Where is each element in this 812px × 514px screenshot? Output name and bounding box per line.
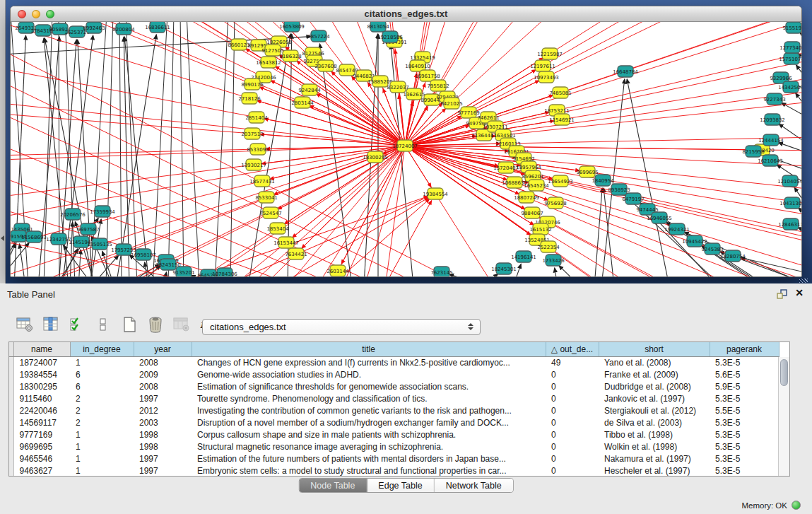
node-1853404[interactable]: 1853404	[266, 223, 289, 234]
node-12773408[interactable]: 12773408	[779, 42, 801, 53]
svg-text:16648784: 16648784	[613, 69, 638, 75]
node-7485081[interactable]: 7485081	[549, 87, 571, 98]
node-2603144[interactable]: 2603144	[326, 265, 349, 276]
show-column-icon[interactable]	[40, 315, 61, 334]
node-12104054[interactable]: 12104054	[777, 175, 801, 187]
table-row[interactable]: 1456911722003Disruption of a novel membe…	[9, 416, 779, 428]
node-2037513[interactable]: 2037513	[241, 128, 263, 139]
node-8322037[interactable]: 8322037	[387, 81, 408, 93]
node-9697587[interactable]: 9697587	[77, 223, 99, 235]
table-select-dropdown[interactable]: citations_edges.txt	[202, 319, 481, 335]
splitter-grip-icon[interactable]	[799, 279, 808, 283]
node-9777169[interactable]: 9777169	[457, 107, 479, 118]
node-12215987[interactable]: 12215987	[537, 48, 563, 59]
node-6479197[interactable]: 6479197	[622, 193, 644, 204]
table-panel-title: Table Panel	[7, 289, 55, 300]
table-row[interactable]: 977716911998Corpus callosum shape and si…	[9, 428, 779, 440]
table-row[interactable]: 969969511998Structural magnetic resonanc…	[9, 440, 779, 452]
node-6421025[interactable]: 6421025	[440, 98, 462, 109]
node-8186328[interactable]: 8186328	[279, 50, 301, 62]
tab-network-table[interactable]: Network Table	[435, 479, 513, 492]
node-10431303[interactable]: 10431303	[779, 197, 801, 209]
node-table[interactable]: namein_degreeyeartitle△ out_de...shortpa…	[8, 341, 790, 477]
node-7524547[interactable]: 7524547	[259, 207, 281, 218]
scrollbar-thumb[interactable]	[780, 359, 788, 386]
node-12846311[interactable]: 12846311	[778, 218, 801, 230]
column-header-out_de[interactable]: △ out_de...	[546, 342, 599, 356]
node-17359934[interactable]: 17359934	[90, 206, 115, 217]
rows-icon[interactable]	[93, 315, 114, 334]
table-row[interactable]: 2242004622012Investigating the contribut…	[9, 404, 779, 416]
node-10784306[interactable]: 10784306	[212, 268, 237, 276]
node-12197611[interactable]: 12197611	[530, 60, 555, 71]
node-2367608[interactable]: 2367608	[314, 60, 336, 71]
table-row[interactable]: 946362711997Embryonic stem cells: a mode…	[9, 465, 779, 477]
table-settings-icon[interactable]	[14, 315, 35, 334]
node-8215958[interactable]: 8215958	[742, 146, 764, 157]
node-9155193[interactable]: 9155193	[782, 22, 801, 33]
table-row[interactable]: 1938455462009Genome-wide association stu…	[9, 368, 779, 380]
close-panel-icon[interactable]: ✕	[795, 287, 804, 298]
node-12093832[interactable]: 12093832	[760, 114, 785, 125]
node-8660123[interactable]: 8660123	[228, 39, 249, 50]
node-1840954[interactable]: 1840954	[592, 175, 614, 186]
column-header-title[interactable]: title	[192, 342, 546, 356]
window-titlebar[interactable]: citations_edges.txt	[11, 6, 801, 22]
svg-text:16961758: 16961758	[415, 74, 440, 79]
table-row[interactable]: 1830029562008Estimation of significance …	[9, 380, 779, 392]
node-16053809[interactable]: 16053809	[279, 22, 305, 32]
node-9884067[interactable]: 9884067	[521, 207, 543, 218]
svg-text:12093832: 12093832	[760, 117, 785, 123]
tab-node-table[interactable]: Node Table	[299, 479, 367, 492]
delete-rows-trash-icon[interactable]	[145, 315, 166, 334]
table-row[interactable]: 946554611997Estimation of the future num…	[9, 452, 779, 465]
column-header-in_degree[interactable]: in_degree	[70, 342, 134, 356]
column-header-pagerank[interactable]: pagerank	[710, 342, 779, 356]
node-2803144[interactable]: 2803144	[291, 97, 314, 108]
cell-out_degree: 0	[546, 392, 599, 404]
node-2522354[interactable]: 2522354	[537, 241, 560, 252]
node-8533093[interactable]: 8533093	[247, 144, 269, 155]
collapse-panel-arrow-icon[interactable]	[1, 235, 4, 241]
cell-out_degree: 0	[546, 440, 599, 452]
node-10945422[interactable]: 10945422	[682, 235, 707, 247]
table-scrollbar[interactable]	[778, 357, 789, 476]
node-2851404[interactable]: 2851404	[245, 112, 268, 123]
node-14196141[interactable]: 14196141	[511, 251, 536, 262]
node-8533041[interactable]: 8533041	[255, 192, 277, 203]
node-7623145[interactable]: 7623145	[430, 267, 452, 276]
float-panel-icon[interactable]	[777, 289, 788, 299]
node-16153447[interactable]: 16153447	[273, 237, 299, 248]
node-7955812[interactable]: 7955812	[427, 80, 449, 91]
node-13930217[interactable]: 13930217	[241, 159, 266, 170]
node-18300295[interactable]: 18300295	[363, 151, 388, 163]
column-header-name[interactable]: name	[13, 342, 70, 356]
column-header-short[interactable]: short	[599, 342, 710, 356]
node-7634421[interactable]: 7634421	[285, 248, 307, 259]
svg-text:8200804: 8200804	[112, 27, 135, 33]
node-15751074[interactable]: 15751074	[779, 53, 801, 64]
node-8992463[interactable]: 8992463	[83, 22, 105, 33]
network-view-canvas[interactable]: 1872400718300295866012389129541822605891…	[11, 22, 801, 276]
node-9227343[interactable]: 9227343	[763, 93, 785, 105]
table-row[interactable]: 911546021997Tourette syndrome. Phenomeno…	[9, 392, 779, 404]
node-2718126[interactable]: 2718126	[238, 93, 261, 104]
new-table-icon[interactable]	[119, 315, 140, 334]
table-row[interactable]: 1872400712008Changes of HCN gene express…	[9, 356, 779, 368]
node-9135201[interactable]: 9135201	[172, 267, 194, 276]
svg-text:10431303: 10431303	[779, 201, 801, 206]
select-all-icon[interactable]	[66, 315, 88, 334]
svg-text:7623145: 7623145	[430, 270, 452, 276]
node-18577431[interactable]: 18577431	[249, 175, 275, 187]
node-9756928[interactable]: 9756928	[544, 197, 566, 209]
node-1615132[interactable]: 1615132	[529, 223, 551, 235]
network-window[interactable]: citations_edges.txt 18724007183002958660…	[10, 6, 802, 277]
node-9699695[interactable]: 9699695	[576, 166, 598, 177]
node-7857224[interactable]: 7857224	[307, 30, 330, 42]
column-header-year[interactable]: year	[134, 342, 192, 356]
node-8813054[interactable]: 8813054	[367, 22, 389, 32]
svg-text:18724007: 18724007	[392, 144, 418, 149]
node-8200804[interactable]: 8200804	[112, 23, 135, 35]
node-18245301[interactable]: 18245301	[491, 263, 517, 274]
tab-edge-table[interactable]: Edge Table	[367, 479, 434, 492]
